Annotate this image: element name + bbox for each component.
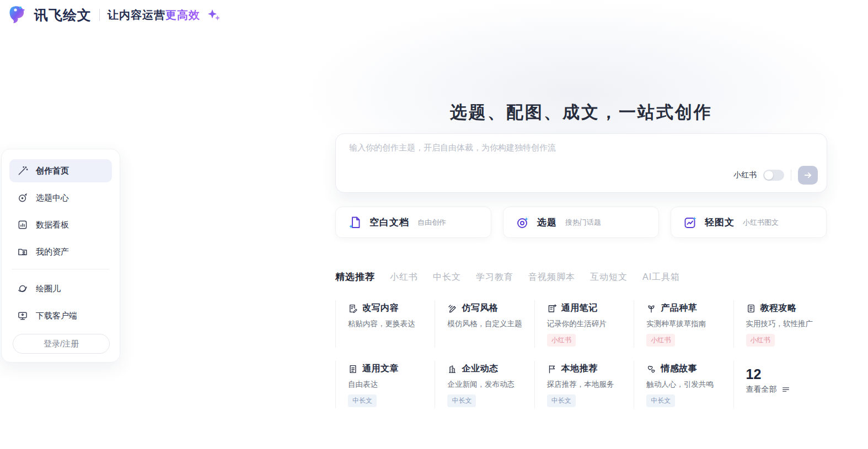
template-subtitle: 企业新闻，发布动态: [447, 380, 528, 390]
quick-actions: 空白文档 自由创作 选题 搜热门话题 轻图文 小红书图文: [335, 207, 827, 238]
tab-longform[interactable]: 中长文: [433, 272, 461, 283]
sidebar-item-label: 创作首页: [36, 166, 69, 176]
topic-target-icon: [516, 215, 530, 230]
login-register-button[interactable]: 登录/注册: [13, 334, 110, 354]
app-header: 讯飞绘文 让内容运营更高效: [8, 5, 221, 25]
template-badge: 小红书: [746, 334, 775, 347]
sidebar-item-label: 下载客户端: [36, 311, 77, 321]
brand-divider: [99, 9, 100, 21]
template-subtitle: 实测种草拔草指南: [646, 319, 727, 329]
template-grid: 改写内容 粘贴内容，更换表达 仿写风格 模仿风格，自定义主题 通用笔记 记录你的…: [335, 300, 833, 408]
template-product-seeding[interactable]: 产品种草 实测种草拔草指南 小红书: [634, 300, 733, 348]
template-subtitle: 触动人心，引发共鸣: [646, 380, 727, 390]
article-doc-icon: [348, 364, 358, 374]
template-imitate-style[interactable]: 仿写风格 模仿风格，自定义主题: [435, 300, 534, 348]
composer-box: 小红书: [335, 133, 827, 193]
sidebar-item-download-client[interactable]: 下载客户端: [9, 304, 112, 327]
template-company-news[interactable]: 企业动态 企业新闻，发布动态 中长文: [435, 361, 534, 408]
template-title: 本地推荐: [561, 363, 598, 375]
sidebar-item-community[interactable]: 绘圈儿: [9, 277, 112, 300]
template-title: 产品种草: [661, 302, 697, 314]
category-tabs: 精选推荐 小红书 中长文 学习教育 音视频脚本 互动短文 AI工具箱: [335, 271, 827, 283]
submit-button[interactable]: [798, 166, 818, 185]
card-title: 选题: [537, 216, 557, 229]
template-badge: 小红书: [547, 334, 576, 347]
template-total-count: 12: [746, 366, 827, 382]
composer-controls: 小红书: [733, 166, 818, 185]
template-badge: 中长文: [447, 394, 476, 407]
sidebar-item-label: 数据看板: [36, 220, 69, 230]
template-tutorial-guide[interactable]: 教程攻略 实用技巧，软性推广 小红书: [733, 300, 833, 348]
template-subtitle: 模仿风格，自定义主题: [447, 319, 528, 329]
sprout-icon: [646, 304, 656, 313]
sidebar: 创作首页 选题中心 数据看板 我的资产: [1, 149, 120, 363]
note-plus-icon: [547, 304, 557, 313]
topic-card[interactable]: 选题 搜热门话题: [503, 207, 659, 238]
arrow-right-icon: [803, 170, 813, 180]
topic-input[interactable]: [349, 143, 735, 174]
planet-icon: [17, 283, 28, 294]
template-title: 通用笔记: [561, 302, 598, 314]
template-badge: 小红书: [646, 334, 675, 347]
view-all-label: 查看全部: [746, 385, 777, 394]
view-all-cell[interactable]: 12 查看全部: [733, 361, 833, 408]
brand-tagline: 让内容运营更高效: [108, 8, 200, 23]
light-post-icon: [683, 215, 698, 230]
template-title: 教程攻略: [760, 302, 797, 314]
template-title: 通用文章: [362, 363, 399, 375]
brand-name: 讯飞绘文: [34, 6, 92, 24]
template-general-article[interactable]: 通用文章 自由表达 中长文: [335, 361, 435, 408]
tab-featured[interactable]: 精选推荐: [335, 271, 375, 283]
template-subtitle: 记录你的生活碎片: [547, 319, 628, 329]
page-title: 选题、配图、成文，一站式创作: [335, 101, 827, 124]
template-subtitle: 粘贴内容，更换表达: [348, 319, 429, 329]
sidebar-item-topic-center[interactable]: 选题中心: [9, 186, 112, 209]
template-rewrite-content[interactable]: 改写内容 粘贴内容，更换表达: [335, 300, 435, 348]
sidebar-item-label: 绘圈儿: [36, 284, 61, 294]
template-emotional-story[interactable]: 情感故事 触动人心，引发共鸣 中长文: [634, 361, 733, 408]
tab-education[interactable]: 学习教育: [476, 272, 513, 283]
template-local-recommend[interactable]: 本地推荐 探店推荐，本地服务 中长文: [534, 361, 634, 408]
card-subtitle: 小红书图文: [743, 218, 779, 228]
template-subtitle: 自由表达: [348, 380, 429, 390]
sidebar-item-data-dashboard[interactable]: 数据看板: [9, 213, 112, 236]
company-building-icon: [447, 364, 457, 374]
xiaohongshu-toggle[interactable]: [763, 170, 784, 181]
card-subtitle: 搜热门话题: [565, 218, 601, 228]
template-title: 企业动态: [462, 363, 498, 375]
blank-doc-card[interactable]: 空白文档 自由创作: [335, 207, 491, 238]
controls-divider: [791, 170, 791, 181]
card-title: 空白文档: [369, 216, 409, 229]
tab-av-script[interactable]: 音视频脚本: [528, 272, 575, 283]
light-post-card[interactable]: 轻图文 小红书图文: [671, 207, 827, 238]
sidebar-item-label: 选题中心: [36, 193, 69, 203]
list-lines-icon: [781, 385, 790, 394]
blank-doc-icon: [348, 215, 362, 230]
toggle-knob: [764, 171, 773, 180]
sidebar-item-my-assets[interactable]: 我的资产: [9, 240, 112, 263]
xiaohongshu-toggle-label: 小红书: [733, 170, 757, 180]
tab-xiaohongshu[interactable]: 小红书: [390, 272, 418, 283]
download-client-icon: [17, 310, 28, 321]
card-subtitle: 自由创作: [417, 218, 446, 228]
tab-interactive[interactable]: 互动短文: [590, 272, 628, 283]
template-subtitle: 实用技巧，软性推广: [746, 319, 827, 329]
sidebar-item-label: 我的资产: [36, 247, 69, 257]
magic-wand-icon: [17, 165, 28, 176]
sparkles-icon: [207, 8, 221, 21]
tutorial-book-icon: [746, 304, 756, 313]
imitate-pen-icon: [447, 304, 457, 313]
template-subtitle: 探店推荐，本地服务: [547, 380, 628, 390]
location-flag-icon: [547, 364, 557, 374]
template-title: 仿写风格: [462, 302, 498, 314]
hearts-icon: [646, 364, 656, 374]
sidebar-item-create-home[interactable]: 创作首页: [9, 159, 112, 182]
card-title: 轻图文: [705, 216, 735, 229]
template-badge: 中长文: [547, 394, 576, 407]
tab-ai-toolbox[interactable]: AI工具箱: [642, 272, 680, 283]
topic-eye-icon: [17, 192, 28, 203]
template-general-note[interactable]: 通用笔记 记录你的生活碎片 小红书: [534, 300, 634, 348]
template-badge: 中长文: [348, 394, 377, 407]
template-badge: 中长文: [646, 394, 675, 407]
template-title: 情感故事: [661, 363, 697, 375]
